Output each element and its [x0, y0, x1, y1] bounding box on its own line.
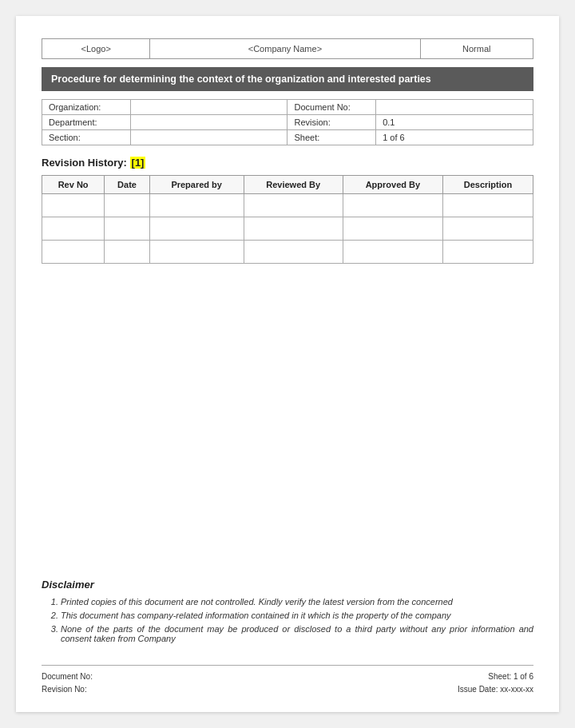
- revision-table-cell: [105, 194, 150, 217]
- revision-col-header: Reviewed By: [244, 176, 343, 194]
- revision-table-cell: [149, 217, 244, 241]
- revision-table-cell: [442, 217, 533, 241]
- revision-table-cell: [244, 241, 343, 264]
- header-table: <Logo> <Company Name> Normal: [42, 38, 533, 59]
- revision-table-cell: [442, 194, 533, 217]
- section-label: Section:: [42, 130, 131, 145]
- revision-col-header: Approved By: [343, 176, 442, 194]
- revision-table-cell: [149, 194, 244, 217]
- company-name-cell: <Company Name>: [150, 39, 420, 59]
- disclaimer-item: None of the parts of the document may be…: [61, 624, 533, 643]
- revision-table-cell: [42, 194, 105, 217]
- revision-heading-text: Revision History:: [42, 157, 127, 169]
- revision-label: Revision:: [288, 115, 376, 130]
- revision-table-cell: [343, 217, 442, 241]
- revision-col-header: Prepared by: [149, 176, 244, 194]
- sheet-label: Sheet:: [288, 130, 376, 145]
- status-cell: Normal: [420, 39, 533, 59]
- footer-left: Document No: Revision No:: [42, 670, 93, 696]
- revision-table-cell: [343, 241, 442, 264]
- dept-value: [130, 115, 288, 130]
- disclaimer-title: Disclaimer: [42, 579, 533, 591]
- revision-table: Rev NoDatePrepared byReviewed ByApproved…: [42, 175, 533, 264]
- document-page: <Logo> <Company Name> Normal Procedure f…: [16, 16, 559, 712]
- disclaimer-item: Printed copies of this document are not …: [61, 597, 533, 607]
- revision-value: 0.1: [376, 115, 533, 130]
- org-label: Organization:: [42, 100, 131, 115]
- revision-table-row: [42, 194, 533, 217]
- revision-table-cell: [105, 217, 150, 241]
- logo-cell: <Logo>: [42, 39, 150, 59]
- doc-no-value: [376, 100, 533, 115]
- revision-table-body: [42, 194, 533, 264]
- disclaimer-item: This document has company-related inform…: [61, 611, 533, 620]
- revision-table-row: [42, 241, 533, 264]
- revision-table-cell: [149, 241, 244, 264]
- revision-table-cell: [42, 241, 105, 264]
- revision-table-cell: [343, 194, 442, 217]
- revision-table-cell: [442, 241, 533, 264]
- revision-table-cell: [244, 217, 343, 241]
- revision-table-row: [42, 217, 533, 241]
- spacer: [42, 280, 533, 571]
- title-banner: Procedure for determining the context of…: [42, 67, 533, 91]
- revision-table-header: Rev NoDatePrepared byReviewed ByApproved…: [42, 176, 533, 194]
- org-value: [130, 100, 288, 115]
- revision-heading: Revision History: [1]: [42, 157, 533, 169]
- disclaimer-section: Disclaimer Printed copies of this docume…: [42, 579, 533, 647]
- revision-table-cell: [105, 241, 150, 264]
- footer-issue-date: Issue Date: xx-xxx-xx: [458, 683, 533, 696]
- revision-table-cell: [42, 217, 105, 241]
- sheet-value: 1 of 6: [376, 130, 533, 145]
- revision-highlight: [1]: [130, 157, 146, 169]
- info-table: Organization: Document No: Department: R…: [42, 99, 533, 145]
- section-value: [130, 130, 288, 145]
- footer-doc-no: Document No:: [42, 670, 93, 683]
- revision-col-header: Description: [442, 176, 533, 194]
- footer-right: Sheet: 1 of 6 Issue Date: xx-xxx-xx: [458, 670, 533, 696]
- revision-col-header: Rev No: [42, 176, 105, 194]
- footer-sheet: Sheet: 1 of 6: [458, 670, 533, 683]
- disclaimer-list: Printed copies of this document are not …: [42, 597, 533, 643]
- revision-col-header: Date: [105, 176, 150, 194]
- revision-table-cell: [244, 194, 343, 217]
- footer-revision: Revision No:: [42, 683, 93, 696]
- footer: Document No: Revision No: Sheet: 1 of 6 …: [42, 665, 533, 696]
- doc-no-label: Document No:: [288, 100, 376, 115]
- dept-label: Department:: [42, 115, 131, 130]
